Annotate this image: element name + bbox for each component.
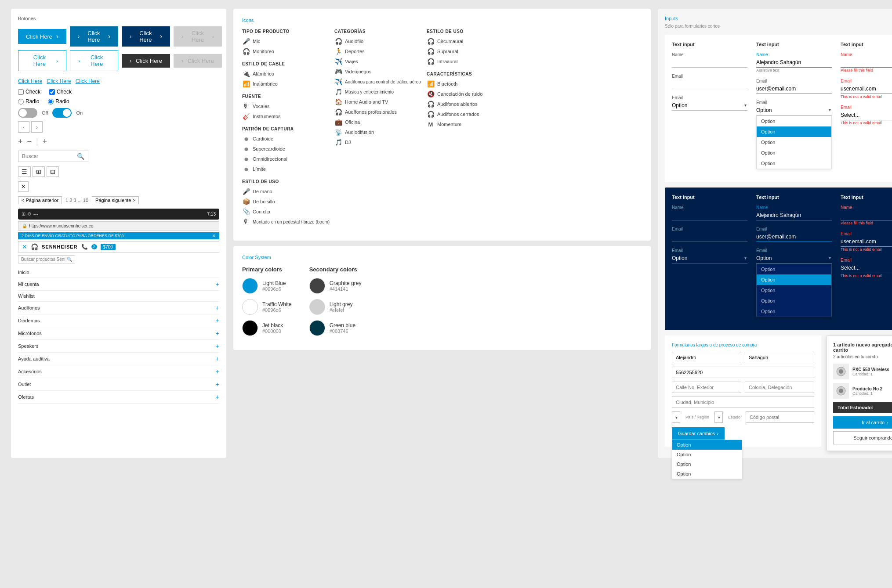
dropdown-item-1[interactable]: Option — [757, 116, 831, 126]
checkbox-row: Check Check — [18, 89, 219, 95]
light-form-grid: Text input Name Email Email Option — [672, 42, 892, 175]
light-form-section: Text input Name Email Email Option — [665, 35, 892, 182]
nav-ofertas[interactable]: Ofertas — [18, 391, 219, 404]
col3-email-input[interactable] — [841, 85, 892, 94]
nav-diademas[interactable]: Diademas — [18, 314, 219, 327]
radio-1[interactable]: Radio — [18, 98, 39, 105]
dropdown-item-2[interactable]: Option — [757, 126, 831, 137]
primary-btn-2[interactable]: › Click Here › — [70, 26, 118, 47]
senn-close[interactable]: ✕ — [22, 243, 27, 250]
radio-input-1[interactable] — [18, 99, 24, 105]
dark-col3-name-input[interactable] — [841, 211, 892, 220]
text-link-2[interactable]: Click Here — [47, 78, 71, 84]
dark-dd-item-4[interactable]: Option — [757, 296, 831, 306]
nav-ayuda[interactable]: Ayuda auditiva — [18, 353, 219, 365]
go-to-cart-btn[interactable]: Ir al carrito › — [833, 416, 892, 429]
toggle-off[interactable] — [18, 108, 37, 118]
city-input[interactable] — [672, 397, 814, 408]
save-btn[interactable]: Guardar cambios › — [672, 427, 725, 440]
dropdown-item-4[interactable]: Option — [757, 148, 831, 158]
cart-item-1-qty: Cantidad: 1 — [852, 372, 892, 376]
grid-view-btn-2[interactable]: ⊟ — [47, 166, 59, 177]
dark-dd-item-2[interactable]: Option — [757, 274, 831, 285]
continue-shopping-btn[interactable]: Seguir comprando › — [833, 431, 892, 444]
nav-audifonos[interactable]: Audífonos — [18, 302, 219, 314]
nav-accesorios[interactable]: Accesorios — [18, 365, 219, 378]
colonia-input[interactable] — [745, 382, 814, 393]
col1-select-label: Email — [672, 95, 747, 100]
list-view-btn[interactable]: ☰ — [18, 166, 31, 177]
promo-close[interactable]: ✕ — [212, 234, 216, 238]
nav-outlet[interactable]: Outlet — [18, 378, 219, 391]
senn-search-input[interactable] — [21, 257, 65, 262]
text-link-3[interactable]: Click Here — [76, 78, 100, 84]
nav-prev[interactable]: ‹ — [18, 121, 29, 133]
search-input[interactable] — [22, 153, 77, 159]
lock-icon: 🔒 — [22, 224, 27, 228]
col2-name-input[interactable] — [756, 58, 832, 68]
dark-col2-select[interactable]: Option — [756, 254, 832, 263]
col2-select[interactable]: Option — [756, 106, 832, 115]
street-input[interactable] — [672, 382, 741, 393]
long-dd-item-3[interactable]: Option — [672, 459, 742, 469]
col1-email-label: Email — [672, 74, 747, 79]
dark-col2-email-input[interactable] — [756, 233, 832, 242]
pais-select[interactable]: México — [672, 411, 680, 423]
color-info-white: Traffic White #0096d6 — [262, 301, 292, 313]
dark-btn-1[interactable]: › Click Here — [122, 54, 170, 68]
nav-mi-cuenta[interactable]: Mi cuenta — [18, 278, 219, 291]
next-page-btn[interactable]: Página siguiente > — [92, 196, 139, 204]
minus-icon[interactable]: − — [27, 137, 32, 146]
col1-select[interactable]: Option — [672, 101, 747, 111]
nav-next[interactable]: › — [31, 121, 43, 133]
col1-email-input[interactable] — [672, 80, 747, 89]
toggle-on[interactable] — [52, 108, 72, 118]
checkbox-input-2[interactable] — [49, 89, 55, 95]
first-name-input[interactable] — [672, 352, 741, 363]
dark-col3-select[interactable]: Select... — [841, 264, 892, 273]
radio-2[interactable]: Radio — [48, 98, 69, 105]
estado-select[interactable]: Estado — [714, 411, 723, 423]
checkbox-1[interactable]: Check — [18, 89, 40, 95]
dark-col1-email-input[interactable] — [672, 233, 747, 242]
dark-form-section: Text input Name Email Email Option — [665, 188, 892, 330]
col1-name-input[interactable] — [672, 58, 747, 68]
long-dd-item-4[interactable]: Option — [672, 469, 742, 479]
nav-wishlist[interactable]: Wishlist — [18, 291, 219, 302]
x-box[interactable]: ✕ — [18, 181, 29, 192]
checkbox-2[interactable]: Check — [49, 89, 72, 95]
col3-name-input[interactable] — [841, 58, 892, 68]
col2-email-input[interactable] — [756, 85, 832, 94]
primary-btn-1[interactable]: Click Here › — [18, 29, 66, 44]
nav-speakers[interactable]: Speakers — [18, 340, 219, 353]
cp-input[interactable] — [746, 411, 814, 423]
grid-view-btn[interactable]: ⊞ — [33, 166, 45, 177]
dropdown-item-5[interactable]: Option — [757, 158, 831, 169]
plus-icon-2[interactable]: + — [43, 137, 47, 146]
dropdown-item-3[interactable]: Option — [757, 137, 831, 148]
long-dd-item-1[interactable]: Option — [672, 440, 742, 450]
phone-input[interactable] — [672, 367, 814, 378]
outline-btn-2[interactable]: › Click Here — [70, 50, 118, 71]
icon-deportes: 🏃 Deportes — [334, 47, 422, 55]
radio-input-2[interactable] — [48, 99, 54, 105]
dark-col2-name-input[interactable] — [756, 211, 832, 220]
dark-col3-email-input[interactable] — [841, 238, 892, 247]
checkbox-input-1[interactable] — [18, 89, 24, 95]
long-dd-item-2[interactable]: Option — [672, 450, 742, 459]
plus-icon[interactable]: + — [18, 137, 23, 146]
nav-microfonos[interactable]: Micrófonos — [18, 327, 219, 340]
dark-col1-select[interactable]: Option — [672, 254, 747, 263]
dark-col1-name-input[interactable] — [672, 211, 747, 220]
last-name-input[interactable] — [745, 352, 814, 363]
home-audio-icon: 🏠 — [334, 98, 342, 106]
dark-dd-item-3[interactable]: Option — [757, 285, 831, 296]
primary-btn-3[interactable]: › Click Here › — [122, 26, 170, 47]
col3-select[interactable]: Select... — [841, 111, 892, 120]
text-link-1[interactable]: Click Here — [18, 78, 42, 84]
dark-dd-item-5[interactable]: Option — [757, 306, 831, 317]
prev-page-btn[interactable]: < Página anterior — [18, 196, 62, 204]
outline-btn-1[interactable]: Click Here › — [18, 50, 66, 71]
nav-inicio[interactable]: Inicio — [18, 267, 219, 278]
dark-dd-item-1[interactable]: Option — [757, 264, 831, 274]
